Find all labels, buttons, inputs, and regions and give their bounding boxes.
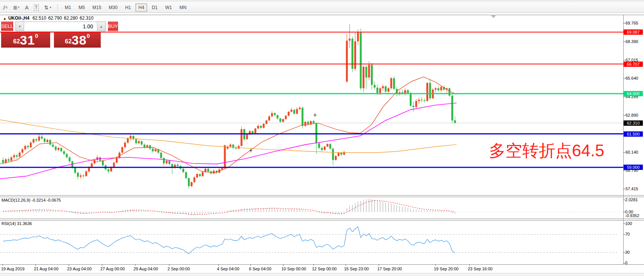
price-tickmark (623, 97, 625, 97)
volume-increase-button[interactable]: ▲ (97, 22, 105, 31)
timeframe-MN[interactable]: MN (177, 3, 190, 12)
timeframe-M5[interactable]: M5 (75, 3, 88, 12)
macd-indicator-chart[interactable] (0, 197, 623, 219)
candle (213, 171, 215, 173)
candle (13, 155, 15, 157)
time-axis-label[interactable]: 21 Aug 04:00 (34, 267, 58, 271)
candle (290, 110, 292, 112)
time-tickmark (3, 264, 3, 266)
candle (44, 139, 46, 142)
candle (24, 146, 26, 149)
candle (102, 161, 104, 165)
time-axis-label[interactable]: 4 Sep 04:00 (217, 267, 239, 271)
price-tickmark (623, 60, 625, 60)
candle (363, 67, 364, 88)
candle (22, 149, 23, 153)
candle (418, 100, 420, 101)
timeframe-W1[interactable]: W1 (162, 3, 175, 12)
price-tick-label: 57.415 (626, 187, 644, 191)
time-axis-label[interactable]: 17 Sep 20:00 (377, 267, 402, 271)
label-tool-icon[interactable]: A (25, 5, 28, 11)
candle (113, 163, 115, 167)
expand-arrow-icon[interactable]: ▲ (3, 17, 6, 20)
candle (318, 143, 320, 148)
rsi-axis-label: 0 (625, 261, 627, 265)
ohlc-close: 62.310 (80, 15, 94, 21)
time-tickmark (102, 264, 102, 266)
cross-marker[interactable] (314, 113, 317, 117)
sell-price-tile[interactable]: 62310 (1, 32, 50, 48)
macd-panel-bottom-border[interactable] (0, 219, 644, 219)
crosshair-draw-tool-icon[interactable]: ⫽E (3, 5, 8, 11)
time-axis-label[interactable]: 19 Aug 2019 (1, 267, 25, 271)
time-tickmark (218, 264, 219, 266)
candle (429, 83, 431, 99)
candle (169, 161, 171, 164)
macd-tickmark (623, 200, 625, 200)
time-axis-label[interactable]: 10 Sep 00:00 (281, 267, 306, 271)
text-tool-icon[interactable]: T (34, 4, 39, 11)
arrange-objects-tool-icon[interactable]: ⇅▾ (44, 5, 51, 11)
buy-button[interactable]: BUY (108, 22, 118, 31)
timeframe-H1[interactable]: H1 (122, 3, 134, 12)
timeframe-H4[interactable]: H4 (135, 3, 147, 12)
candle (321, 148, 323, 150)
price-line-label: 59.000 (624, 165, 643, 170)
candle (440, 87, 442, 90)
candle (8, 159, 9, 161)
candle (155, 149, 157, 151)
price-tick-label: 68.390 (626, 39, 644, 44)
sell-price-prefix: 62 (13, 37, 20, 46)
time-axis-label[interactable]: 19 Sep 20:00 (434, 267, 458, 271)
price-tick-label: 62.890 (626, 113, 644, 117)
time-axis-label[interactable]: 23 Aug 04:00 (67, 267, 92, 271)
volume-decrease-button[interactable]: ▼ (16, 22, 24, 31)
candle (407, 90, 409, 93)
toolbar: ⫽E≣FAT⇅▾ M1M5M15M30H1H4D1W1MN (0, 2, 644, 13)
time-tickmark (169, 264, 169, 266)
candle (299, 108, 301, 109)
candle (127, 139, 129, 143)
candle (268, 116, 270, 120)
candle (143, 145, 145, 147)
candle (421, 100, 423, 100)
sell-button[interactable]: SELL (1, 22, 13, 31)
macd-label: MACD(12,26,9) -0.3214 -0.0675 (2, 198, 61, 202)
candle (52, 145, 54, 146)
candle (141, 141, 143, 145)
chart-shift-marker-icon[interactable] (490, 15, 496, 18)
main-chart-bottom-border[interactable] (0, 195, 644, 196)
timeframe-D1[interactable]: D1 (149, 3, 160, 12)
macd-tickmark (623, 212, 625, 212)
rsi-indicator-chart[interactable] (0, 220, 623, 264)
sell-price-sup: 0 (35, 32, 38, 39)
candle (313, 121, 315, 123)
volume-input[interactable] (24, 22, 97, 31)
time-axis-label[interactable]: 6 Sep 04:00 (249, 267, 271, 271)
time-tickmark (346, 264, 346, 266)
fibonacci-tool-icon[interactable]: ≣F (13, 5, 20, 11)
candle (357, 32, 359, 41)
timeframe-M15[interactable]: M15 (89, 3, 104, 12)
candle (2, 160, 4, 163)
time-axis-label[interactable]: 2 Sep 00:00 (168, 267, 190, 271)
candle (377, 88, 378, 93)
time-axis-label[interactable]: 23 Sep 16:00 (468, 267, 492, 271)
candle (326, 144, 328, 146)
candle (160, 153, 162, 158)
candle (49, 140, 51, 145)
timeframe-M1[interactable]: M1 (62, 3, 74, 12)
timeframe-M30[interactable]: M30 (106, 3, 120, 12)
price-axis-border (623, 15, 624, 264)
chart-annotation-text: 多空转折点64.5 (489, 140, 604, 162)
candle (202, 172, 204, 176)
time-axis-label[interactable]: 15 Sep 23:00 (344, 267, 369, 271)
candle (412, 106, 414, 107)
candle (55, 146, 57, 150)
time-axis-label[interactable]: 12 Sep 00:00 (312, 267, 337, 271)
time-axis-label[interactable]: 29 Aug 04:00 (134, 267, 158, 271)
price-tickmark (623, 78, 625, 79)
time-axis-label[interactable]: 27 Aug 00:00 (100, 267, 125, 271)
buy-price-tile[interactable]: 62380 (54, 32, 101, 48)
time-tickmark (435, 264, 436, 266)
